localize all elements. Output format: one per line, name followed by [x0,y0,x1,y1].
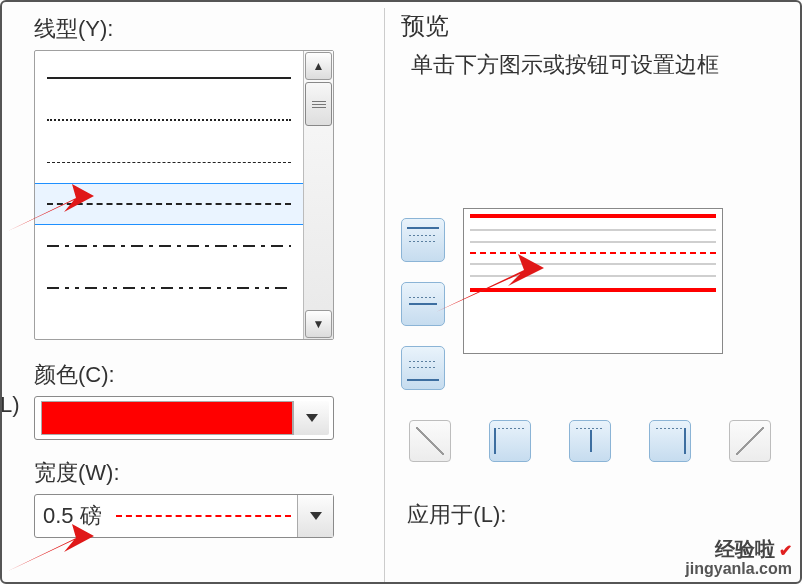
line-style-option[interactable] [35,267,303,309]
width-value: 0.5 磅 [35,501,110,531]
line-style-label: 线型(Y): [34,14,384,44]
scroll-thumb[interactable] [305,82,332,126]
preview-desc: 单击下方图示或按钮可设置边框 [411,50,792,80]
line-style-option[interactable] [35,141,303,183]
preview-title: 预览 [401,10,792,42]
chevron-down-icon [297,495,333,537]
line-style-option[interactable] [35,57,303,99]
svg-marker-0 [306,414,318,422]
svg-marker-1 [310,512,322,520]
border-diagonal-down-button[interactable] [729,420,771,462]
border-top-button[interactable] [401,218,445,262]
watermark: 经验啦 ✔ jingyanla.com [685,538,792,578]
line-style-option-selected[interactable] [35,183,303,225]
chevron-down-icon [293,401,329,435]
line-style-option[interactable] [35,225,303,267]
color-combo[interactable] [34,396,334,440]
border-left-button[interactable] [489,420,531,462]
preview-box[interactable] [463,208,723,354]
border-right-button[interactable] [649,420,691,462]
color-label: 颜色(C): [34,360,384,390]
border-diagonal-up-button[interactable] [409,420,451,462]
width-sample-line [116,515,291,517]
border-middle-button[interactable] [401,282,445,326]
width-label: 宽度(W): [34,458,384,488]
scroll-up-button[interactable]: ▲ [305,52,332,80]
color-swatch [41,401,293,435]
scrollbar[interactable]: ▲ ▼ [303,51,333,339]
apply-to-label: 应用于(L): [401,500,792,530]
cropped-label: L) [0,392,20,418]
scroll-down-button[interactable]: ▼ [305,310,332,338]
right-panel: 预览 单击下方图示或按钮可设置边框 [385,8,792,582]
border-vertical-button[interactable] [569,420,611,462]
line-style-listbox[interactable]: ▲ ▼ [34,50,334,340]
line-style-option[interactable] [35,99,303,141]
width-combo[interactable]: 0.5 磅 [34,494,334,538]
border-bottom-button[interactable] [401,346,445,390]
left-panel: 线型(Y): ▲ ▼ 颜色(C): [10,8,385,582]
